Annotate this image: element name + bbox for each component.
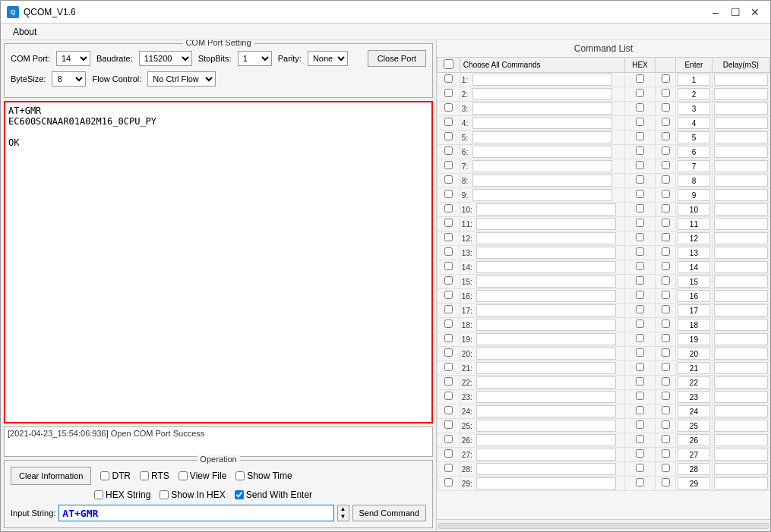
row-checkbox-6[interactable] (444, 146, 453, 155)
hex-checkbox-23[interactable] (636, 392, 644, 400)
enter-num-input-14[interactable] (678, 261, 709, 273)
row-checkbox-26[interactable] (444, 435, 453, 443)
hex-checkbox-5[interactable] (636, 132, 644, 140)
delay-input-13[interactable] (714, 247, 768, 259)
enter-checkbox-18[interactable] (662, 320, 670, 328)
hex-checkbox-25[interactable] (636, 420, 644, 429)
command-input-22[interactable] (476, 376, 616, 389)
enter-num-input-25[interactable] (678, 420, 709, 432)
hex-checkbox-22[interactable] (636, 377, 644, 386)
delay-input-6[interactable] (714, 146, 768, 158)
enter-checkbox-4[interactable] (662, 118, 670, 126)
command-input-23[interactable] (476, 391, 616, 403)
rts-checkbox-label[interactable]: RTS (140, 471, 169, 481)
hex-checkbox-27[interactable] (636, 449, 644, 458)
row-checkbox-23[interactable] (444, 392, 453, 400)
hex-checkbox-21[interactable] (636, 363, 644, 371)
delay-input-20[interactable] (714, 348, 768, 360)
enter-checkbox-27[interactable] (662, 449, 670, 458)
enter-num-input-17[interactable] (678, 304, 709, 316)
enter-num-input-12[interactable] (678, 232, 709, 244)
hex-checkbox-9[interactable] (636, 190, 644, 198)
command-input-5[interactable] (472, 131, 612, 143)
delay-input-3[interactable] (714, 102, 768, 115)
row-checkbox-20[interactable] (444, 348, 453, 357)
command-input-20[interactable] (476, 348, 616, 360)
row-checkbox-22[interactable] (444, 377, 453, 386)
delay-input-28[interactable] (714, 463, 768, 475)
enter-num-input-8[interactable] (678, 175, 709, 187)
command-input-13[interactable] (476, 247, 616, 259)
spinner-up-button[interactable]: ▲ (338, 505, 349, 513)
delay-input-24[interactable] (714, 405, 768, 417)
enter-num-input-26[interactable] (678, 434, 709, 446)
choose-all-checkbox[interactable] (444, 59, 453, 69)
command-input-18[interactable] (476, 319, 616, 331)
delay-input-9[interactable] (714, 189, 768, 201)
enter-checkbox-1[interactable] (662, 74, 670, 83)
enter-checkbox-3[interactable] (662, 103, 670, 112)
delay-input-25[interactable] (714, 420, 768, 432)
send-with-enter-checkbox[interactable] (235, 490, 244, 499)
enter-num-input-28[interactable] (678, 463, 709, 475)
delay-input-29[interactable] (714, 477, 768, 490)
row-checkbox-4[interactable] (444, 118, 453, 126)
delay-input-19[interactable] (714, 333, 768, 345)
row-checkbox-18[interactable] (444, 320, 453, 328)
bytesize-select[interactable]: 8 (52, 71, 86, 87)
command-input-1[interactable] (472, 74, 612, 86)
enter-num-input-24[interactable] (678, 405, 709, 417)
baudrate-select[interactable]: 115200 (139, 51, 192, 66)
enter-checkbox-8[interactable] (662, 175, 670, 184)
enter-checkbox-23[interactable] (662, 392, 670, 400)
command-input-10[interactable] (476, 203, 616, 216)
enter-checkbox-9[interactable] (662, 190, 670, 198)
hex-checkbox-11[interactable] (636, 219, 644, 227)
hex-checkbox-2[interactable] (636, 89, 644, 97)
delay-input-2[interactable] (714, 88, 768, 100)
command-input-12[interactable] (476, 232, 616, 244)
delay-input-7[interactable] (714, 160, 768, 172)
hex-checkbox-20[interactable] (636, 348, 644, 357)
command-input-16[interactable] (476, 290, 616, 302)
row-checkbox-10[interactable] (444, 204, 453, 212)
delay-input-5[interactable] (714, 131, 768, 143)
parity-select[interactable]: None (308, 51, 348, 66)
row-checkbox-21[interactable] (444, 363, 453, 371)
enter-checkbox-2[interactable] (662, 89, 670, 97)
row-checkbox-16[interactable] (444, 291, 453, 299)
enter-checkbox-12[interactable] (662, 233, 670, 241)
delay-input-27[interactable] (714, 449, 768, 461)
hex-checkbox-4[interactable] (636, 118, 644, 126)
enter-checkbox-14[interactable] (662, 262, 670, 270)
row-checkbox-1[interactable] (444, 74, 453, 83)
show-in-hex-checkbox[interactable] (160, 490, 169, 499)
hex-checkbox-7[interactable] (636, 161, 644, 169)
enter-checkbox-16[interactable] (662, 291, 670, 299)
delay-input-14[interactable] (714, 261, 768, 273)
row-checkbox-13[interactable] (444, 247, 453, 256)
delay-input-12[interactable] (714, 232, 768, 244)
clear-information-button[interactable]: Clear Information (11, 467, 91, 485)
spinner-down-button[interactable]: ▼ (338, 513, 349, 521)
hex-checkbox-29[interactable] (636, 478, 644, 486)
command-input-26[interactable] (476, 434, 616, 446)
hex-checkbox-24[interactable] (636, 406, 644, 414)
row-checkbox-15[interactable] (444, 276, 453, 285)
flow-control-select[interactable]: No Ctrl Flow (147, 71, 216, 87)
command-input-21[interactable] (476, 362, 616, 374)
enter-num-input-6[interactable] (678, 146, 709, 158)
command-input-14[interactable] (476, 261, 616, 273)
delay-input-15[interactable] (714, 275, 768, 288)
enter-num-input-3[interactable] (678, 102, 709, 115)
delay-input-10[interactable] (714, 203, 768, 216)
enter-checkbox-6[interactable] (662, 146, 670, 155)
command-input-29[interactable] (476, 477, 616, 490)
row-checkbox-27[interactable] (444, 449, 453, 458)
dtr-checkbox-label[interactable]: DTR (100, 471, 131, 481)
enter-num-input-16[interactable] (678, 290, 709, 302)
hex-checkbox-8[interactable] (636, 175, 644, 184)
view-file-checkbox[interactable] (179, 471, 188, 480)
enter-checkbox-11[interactable] (662, 219, 670, 227)
hex-checkbox-3[interactable] (636, 103, 644, 112)
